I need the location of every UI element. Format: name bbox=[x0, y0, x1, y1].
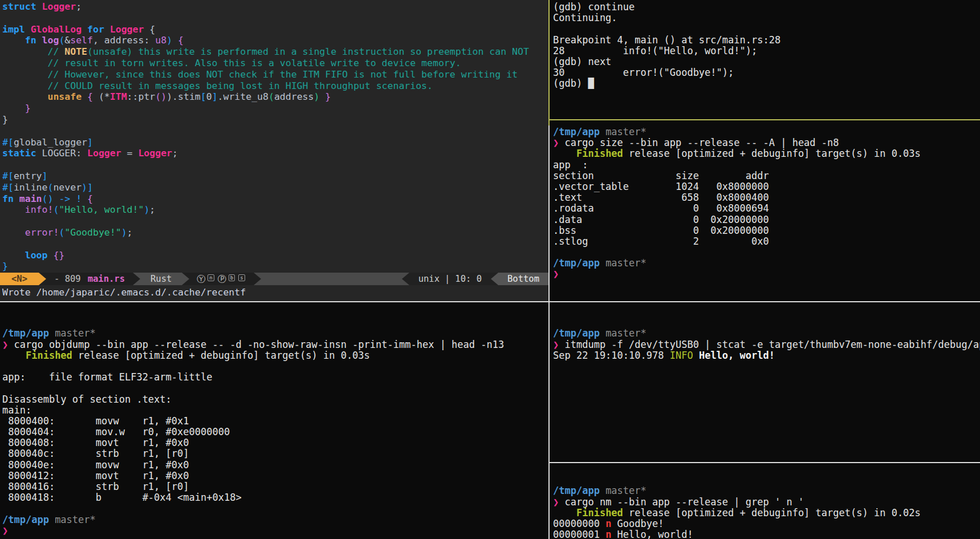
text-line bbox=[553, 23, 980, 34]
text-segment: ❯ bbox=[2, 339, 8, 350]
cargo-nm-pane[interactable]: /tmp/app master*❯ cargo nm --bin app --r… bbox=[553, 463, 980, 539]
text-segment: .bss 0 0x20000000 bbox=[553, 225, 769, 236]
text-line: ❯ cargo size --bin app --release -- -A |… bbox=[553, 137, 980, 148]
text-segment: = bbox=[121, 148, 139, 159]
text-segment: ❯ bbox=[2, 525, 8, 536]
text-segment: .data 0 0x20000000 bbox=[553, 214, 769, 225]
cargo-objdump-pane[interactable]: /tmp/app master*❯ cargo objdump --bin ap… bbox=[2, 306, 547, 536]
text-line bbox=[553, 317, 980, 327]
text-segment: main bbox=[19, 193, 42, 204]
modeline-buffer-info: - 809 main.rs bbox=[46, 273, 133, 285]
text-line: fn log(&self, address: u8) { bbox=[2, 35, 547, 46]
text-segment: ; bbox=[127, 227, 133, 238]
text-segment: ] bbox=[212, 91, 218, 102]
text-line: Finished release [optimized + debuginfo]… bbox=[553, 507, 980, 518]
text-line: #[entry] bbox=[2, 171, 547, 182]
text-segment: 800040e: movw r1, #0x0 bbox=[2, 459, 189, 471]
text-segment: () bbox=[42, 193, 54, 204]
text-segment: } bbox=[2, 114, 8, 125]
gdb-pane[interactable]: (gdb) continueContinuing. Breakpoint 4, … bbox=[553, 1, 980, 89]
text-segment: info! bbox=[25, 204, 54, 215]
emacs-code-buffer[interactable]: struct Logger; impl GlobalLog for Logger… bbox=[2, 1, 547, 272]
text-segment bbox=[2, 250, 25, 261]
text-segment: 28 info!("Hello, world!"); bbox=[553, 45, 757, 56]
text-line: (gdb) next bbox=[553, 56, 980, 67]
text-segment: ] bbox=[87, 137, 93, 148]
text-segment bbox=[319, 91, 325, 102]
powerline-separator bbox=[254, 273, 261, 285]
text-segment: { bbox=[144, 24, 155, 35]
text-segment: cargo nm --bin app --release | grep ' n … bbox=[559, 496, 804, 508]
text-line: (gdb) continue bbox=[553, 1, 980, 12]
powerline-separator bbox=[491, 273, 498, 285]
modeline-encoding-position: unix | 10: 0 bbox=[409, 273, 491, 285]
text-segment: 8000408: movt r1, #0x0 bbox=[2, 437, 189, 448]
text-segment: 8000400: movw r1, #0x1 bbox=[2, 415, 189, 427]
text-line: (gdb) █ bbox=[553, 78, 980, 88]
text-segment: master* bbox=[600, 257, 646, 269]
text-segment: .vector_table 1024 0x8000000 bbox=[553, 181, 769, 192]
powerline-separator bbox=[39, 273, 46, 285]
text-line: Sep 22 19:10:10.978 INFO Hello, world! bbox=[553, 350, 980, 360]
text-segment: /tmp/app bbox=[553, 485, 600, 496]
text-segment bbox=[553, 148, 576, 159]
text-segment: app: file format ELF32-arm-little bbox=[2, 371, 212, 383]
text-segment bbox=[36, 35, 42, 46]
text-segment: #[ bbox=[2, 171, 14, 181]
active-pane-border-horizontal bbox=[550, 119, 980, 120]
text-segment: } bbox=[25, 103, 31, 114]
text-segment: { bbox=[87, 91, 93, 102]
text-segment: } bbox=[2, 261, 8, 271]
minor-mode-b-icon: b bbox=[229, 274, 235, 281]
text-line: 00000000 n Goodbye! bbox=[553, 518, 980, 529]
major-mode-label[interactable]: Rust bbox=[140, 273, 182, 285]
itmdump-pane[interactable]: /tmp/app master*❯ itmdump -f /dev/ttyUSB… bbox=[553, 306, 980, 360]
text-segment bbox=[2, 103, 25, 114]
text-line: info!("Hello, world!"); bbox=[2, 204, 547, 216]
buffer-name[interactable]: main.rs bbox=[88, 274, 125, 284]
text-line: loop {} bbox=[2, 250, 547, 261]
text-segment: "Hello, world!" bbox=[59, 204, 144, 215]
emacs-pane[interactable]: struct Logger; impl GlobalLog for Logger… bbox=[0, 0, 548, 301]
text-line: .text 658 0x8000400 bbox=[553, 192, 980, 202]
text-segment: ) bbox=[314, 91, 319, 102]
text-segment: ) bbox=[144, 204, 149, 215]
text-line: /tmp/app master* bbox=[553, 485, 980, 496]
minor-mode-s-icon: s bbox=[238, 274, 245, 281]
text-segment: 8000404: mov.w r0, #0xe0000000 bbox=[2, 426, 230, 437]
text-line bbox=[2, 382, 547, 393]
text-line: Continuing. bbox=[553, 12, 980, 23]
text-line bbox=[2, 317, 547, 327]
text-line: 8000418: b #-0x4 <main+0x18> bbox=[2, 492, 547, 502]
text-segment: Hello, world! bbox=[699, 350, 775, 360]
powerline-separator bbox=[402, 273, 409, 285]
text-segment: ❯ bbox=[553, 496, 559, 508]
text-line: .data 0 0x20000000 bbox=[553, 214, 980, 225]
text-segment bbox=[2, 91, 47, 102]
text-segment: ) bbox=[166, 35, 172, 46]
eol-encoding: unix bbox=[418, 274, 440, 284]
text-segment bbox=[2, 35, 25, 46]
modeline-divider: | bbox=[445, 274, 450, 284]
text-segment bbox=[553, 507, 576, 518]
text-line: /tmp/app master* bbox=[553, 257, 980, 268]
text-segment: ( bbox=[269, 91, 274, 102]
text-segment: Sep 22 19:10:10.978 bbox=[553, 350, 670, 360]
text-line: 800040c: strb r1, [r0] bbox=[2, 448, 547, 459]
text-segment bbox=[104, 24, 110, 35]
text-line bbox=[553, 474, 980, 485]
text-segment: -> bbox=[59, 193, 70, 204]
text-segment: Disassembly of section .text: bbox=[2, 394, 172, 405]
text-segment: Logger bbox=[87, 148, 121, 159]
text-line: app: file format ELF32-arm-little bbox=[2, 371, 547, 382]
cargo-size-pane[interactable]: /tmp/app master*❯ cargo size --bin app -… bbox=[553, 126, 980, 279]
text-segment: Finished bbox=[576, 148, 623, 159]
minor-mode-icons: Ⓨ n Ⓟ b s bbox=[189, 273, 253, 285]
text-segment bbox=[693, 350, 699, 360]
text-segment bbox=[172, 35, 178, 46]
text-segment: ] bbox=[42, 171, 48, 181]
active-pane-border-vertical bbox=[548, 0, 550, 125]
text-segment: ❯ bbox=[553, 137, 559, 148]
text-segment: Finished bbox=[576, 507, 623, 518]
text-segment: (gdb) bbox=[553, 78, 588, 88]
